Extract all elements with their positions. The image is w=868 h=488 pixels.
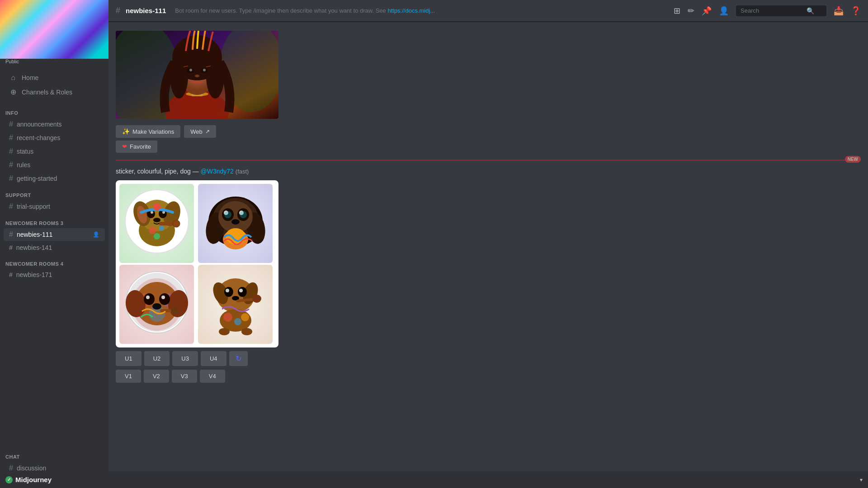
hash-icon: #: [9, 202, 13, 211]
sticker-cell-3: [119, 265, 194, 344]
svg-point-26: [153, 218, 160, 222]
svg-point-68: [238, 287, 247, 297]
server-name-text: Midjourney: [15, 476, 52, 483]
sidebar-item-getting-started[interactable]: # getting-started: [4, 172, 105, 185]
make-variations-label: Make Variations: [132, 128, 174, 135]
hash-icon: #: [9, 271, 13, 278]
u2-button[interactable]: U2: [144, 351, 170, 366]
svg-point-15: [195, 75, 199, 77]
channel-label: trial-support: [17, 203, 50, 210]
chevron-down-icon: ▾: [860, 477, 863, 483]
server-header-bg: [0, 0, 108, 59]
message-prompt: sticker, colourful, pipe, dog — @W3ndy72…: [116, 168, 861, 177]
sidebar-item-channels-roles[interactable]: ⊕ Channels & Roles: [4, 85, 105, 99]
svg-point-56: [144, 293, 155, 305]
server-header: [0, 0, 108, 59]
pin-icon[interactable]: 📌: [702, 6, 712, 16]
sticker-cell-4: [198, 265, 273, 344]
svg-point-59: [161, 296, 165, 299]
u4-button[interactable]: U4: [201, 351, 226, 366]
sidebar-item-newbies-171[interactable]: # newbies-171: [4, 269, 105, 281]
chat-section-label: CHAT: [0, 449, 108, 461]
sidebar-item-trial-support[interactable]: # trial-support: [4, 200, 105, 213]
sidebar-item-rules[interactable]: # rules: [4, 159, 105, 171]
svg-point-13: [189, 69, 192, 71]
u3-button[interactable]: U3: [172, 351, 198, 366]
message-group-dog: sticker, colourful, pipe, dog — @W3ndy72…: [108, 166, 868, 385]
sticker-image-grid: [116, 180, 278, 347]
sidebar-item-newbies-141[interactable]: # newbies-141: [4, 242, 105, 253]
channel-label: recent-changes: [17, 134, 61, 141]
channel-label: newbies-111: [17, 231, 52, 238]
svg-point-46: [226, 228, 245, 244]
server-name: ✓ Midjourney: [5, 476, 52, 483]
channel-label: getting-started: [17, 175, 57, 182]
channel-label: discussion: [17, 465, 46, 472]
channels-icon: ⊕: [9, 88, 17, 96]
inbox-icon[interactable]: 📥: [834, 6, 844, 16]
v4-button[interactable]: V4: [200, 370, 225, 383]
sidebar-item-announcements[interactable]: # announcements: [4, 118, 105, 131]
sidebar-item-status[interactable]: # status: [4, 145, 105, 158]
sidebar: ✓ Midjourney ▾ Public ⌂ Home ⊕ Channels …: [0, 0, 108, 488]
svg-rect-4: [179, 94, 215, 119]
search-bar[interactable]: 🔍: [736, 5, 826, 16]
refresh-button[interactable]: ↻: [229, 351, 248, 366]
svg-point-29: [149, 227, 156, 234]
hash-icon: #: [9, 134, 13, 142]
sticker-cell-2: [198, 184, 273, 263]
sidebar-item-recent-changes[interactable]: # recent-changes: [4, 131, 105, 144]
svg-point-14: [203, 69, 206, 71]
verified-badge: ✓: [5, 476, 13, 483]
sidebar-item-home[interactable]: ⌂ Home: [4, 71, 105, 84]
svg-point-76: [219, 328, 230, 335]
hash-icon: #: [9, 147, 13, 155]
username[interactable]: @W3ndy72: [201, 168, 234, 175]
v3-button[interactable]: V3: [172, 370, 197, 383]
hash-icon: #: [9, 120, 13, 128]
u1-button[interactable]: U1: [116, 351, 142, 366]
edit-icon[interactable]: ✏: [688, 6, 694, 16]
channel-label: announcements: [17, 121, 62, 128]
person-icon[interactable]: 👤: [719, 6, 729, 16]
home-icon: ⌂: [9, 74, 17, 82]
svg-point-44: [231, 219, 240, 225]
svg-point-42: [224, 211, 231, 218]
search-input[interactable]: [741, 7, 804, 14]
messages-area[interactable]: ✨ Make Variations Web ↗ ❤ Favorite NEW: [108, 22, 868, 488]
help-icon[interactable]: ❓: [851, 6, 861, 16]
variation-button-row: V1 V2 V3 V4: [116, 370, 861, 383]
fantasy-action-buttons: ✨ Make Variations Web ↗: [116, 125, 861, 138]
make-variations-button[interactable]: ✨ Make Variations: [116, 125, 180, 138]
channel-label: status: [17, 148, 33, 155]
sparkle-icon: ✨: [122, 128, 130, 135]
svg-point-69: [226, 289, 229, 292]
svg-point-32: [153, 203, 160, 211]
server-name-bar[interactable]: ✓ Midjourney ▾: [0, 471, 868, 488]
new-divider-container: NEW: [116, 160, 861, 160]
topbar-icons: ⊞ ✏ 📌 👤 🔍 📥 ❓: [674, 5, 861, 16]
prompt-separator: —: [193, 168, 201, 175]
channel-label: rules: [17, 161, 30, 169]
sidebar-item-newbies-111[interactable]: # newbies-111 👤: [4, 228, 105, 241]
hash-icon: #: [9, 161, 13, 169]
v2-button[interactable]: V2: [144, 370, 169, 383]
web-button[interactable]: Web ↗: [184, 125, 216, 138]
v1-button[interactable]: V1: [116, 370, 141, 383]
support-section-label: SUPPORT: [0, 185, 108, 200]
members-icon[interactable]: ⊞: [674, 6, 680, 16]
channel-name-header: newbies-111: [126, 7, 166, 14]
fantasy-image: [116, 31, 278, 119]
svg-point-73: [223, 313, 232, 322]
prompt-text: sticker, colourful, pipe, dog: [116, 168, 191, 175]
hash-icon: #: [9, 230, 13, 239]
svg-point-74: [234, 318, 241, 325]
docs-link[interactable]: https://docs.midj...: [387, 7, 435, 14]
message-group-fantasy: ✨ Make Variations Web ↗ ❤ Favorite: [108, 29, 868, 155]
svg-point-77: [241, 328, 252, 335]
upscale-button-row: U1 U2 U3 U4 ↻: [116, 351, 861, 366]
new-badge: NEW: [845, 156, 861, 163]
web-label: Web: [190, 128, 203, 135]
favorite-button[interactable]: ❤ Favorite: [116, 141, 157, 153]
svg-point-70: [239, 289, 243, 292]
